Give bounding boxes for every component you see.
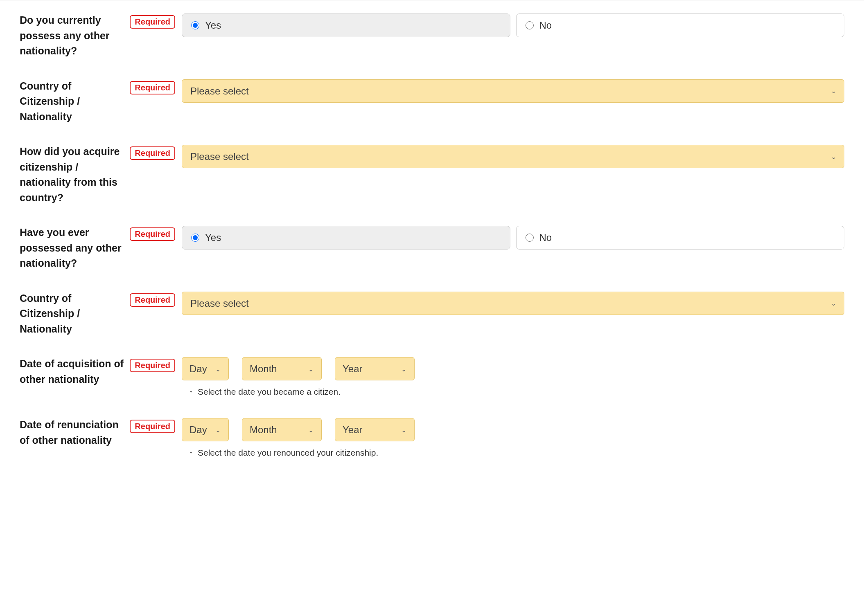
select-wrap: Please select ⌄ (182, 145, 844, 168)
required-badge: Required (130, 227, 175, 241)
row-acquire-how: How did you acquire citizenship / nation… (20, 144, 844, 205)
label-col: Country of Citizenship / Nationality Req… (20, 79, 175, 125)
select-wrap: Please select ⌄ (182, 79, 844, 103)
select-acquire-how[interactable]: Please select (182, 145, 844, 168)
input-col: Yes No (182, 13, 844, 37)
radio-no-input[interactable] (526, 234, 534, 242)
radio-group-ever-possessed: Yes No (182, 226, 844, 250)
required-badge: Required (130, 293, 175, 307)
select-year[interactable]: Year (335, 357, 415, 380)
row-ever-possessed-other: Have you ever possessed any other nation… (20, 225, 844, 271)
select-wrap-year: Year ⌄ (335, 418, 415, 441)
hint-text: Select the date you renounced your citiz… (182, 447, 844, 459)
required-badge: Required (130, 359, 175, 372)
question-label: Date of renunciation of other nationalit… (20, 417, 124, 448)
input-col: Day ⌄ Month ⌄ Year ⌄ Select the date you… (182, 417, 844, 459)
label-col: Date of acquisition of other nationality… (20, 356, 175, 387)
select-country-2[interactable]: Please select (182, 292, 844, 315)
question-label: Date of acquisition of other nationality (20, 356, 124, 387)
input-col: Please select ⌄ (182, 144, 844, 168)
hint-text: Select the date you became a citizen. (182, 386, 844, 398)
radio-no[interactable]: No (516, 13, 845, 37)
select-wrap-year: Year ⌄ (335, 357, 415, 380)
label-col: Date of renunciation of other nationalit… (20, 417, 175, 448)
date-selects: Day ⌄ Month ⌄ Year ⌄ (182, 357, 844, 380)
label-col: Do you currently possess any other natio… (20, 13, 175, 59)
radio-yes-input[interactable] (191, 21, 199, 29)
question-label: Do you currently possess any other natio… (20, 13, 124, 59)
date-selects: Day ⌄ Month ⌄ Year ⌄ (182, 418, 844, 441)
radio-yes-label: Yes (205, 232, 221, 243)
required-badge: Required (130, 81, 175, 94)
radio-group-possess-other: Yes No (182, 13, 844, 37)
radio-no[interactable]: No (516, 226, 845, 250)
required-badge: Required (130, 15, 175, 29)
input-col: Please select ⌄ (182, 291, 844, 315)
row-date-acquisition: Date of acquisition of other nationality… (20, 356, 844, 398)
radio-yes-input[interactable] (191, 234, 199, 242)
question-label: Country of Citizenship / Nationality (20, 79, 124, 125)
select-wrap-day: Day ⌄ (182, 418, 229, 441)
select-month[interactable]: Month (242, 418, 322, 441)
input-col: Day ⌄ Month ⌄ Year ⌄ Select the date you… (182, 356, 844, 398)
row-country-citizenship-2: Country of Citizenship / Nationality Req… (20, 291, 844, 337)
row-possess-other-nationality: Do you currently possess any other natio… (20, 13, 844, 59)
select-month[interactable]: Month (242, 357, 322, 380)
select-wrap-day: Day ⌄ (182, 357, 229, 380)
row-country-citizenship-1: Country of Citizenship / Nationality Req… (20, 79, 844, 125)
question-label: Country of Citizenship / Nationality (20, 291, 124, 337)
select-day[interactable]: Day (182, 357, 229, 380)
radio-yes[interactable]: Yes (182, 13, 510, 37)
select-wrap-month: Month ⌄ (242, 357, 322, 380)
select-country-1[interactable]: Please select (182, 79, 844, 103)
row-date-renunciation: Date of renunciation of other nationalit… (20, 417, 844, 459)
radio-no-input[interactable] (526, 21, 534, 29)
input-col: Please select ⌄ (182, 79, 844, 103)
select-wrap-month: Month ⌄ (242, 418, 322, 441)
label-col: How did you acquire citizenship / nation… (20, 144, 175, 205)
radio-yes-label: Yes (205, 20, 221, 31)
label-col: Have you ever possessed any other nation… (20, 225, 175, 271)
input-col: Yes No (182, 225, 844, 250)
select-wrap: Please select ⌄ (182, 292, 844, 315)
select-day[interactable]: Day (182, 418, 229, 441)
radio-no-label: No (539, 20, 552, 31)
required-badge: Required (130, 420, 175, 433)
select-year[interactable]: Year (335, 418, 415, 441)
radio-yes[interactable]: Yes (182, 226, 510, 250)
radio-no-label: No (539, 232, 552, 243)
question-label: How did you acquire citizenship / nation… (20, 144, 124, 205)
label-col: Country of Citizenship / Nationality Req… (20, 291, 175, 337)
required-badge: Required (130, 146, 175, 160)
question-label: Have you ever possessed any other nation… (20, 225, 124, 271)
